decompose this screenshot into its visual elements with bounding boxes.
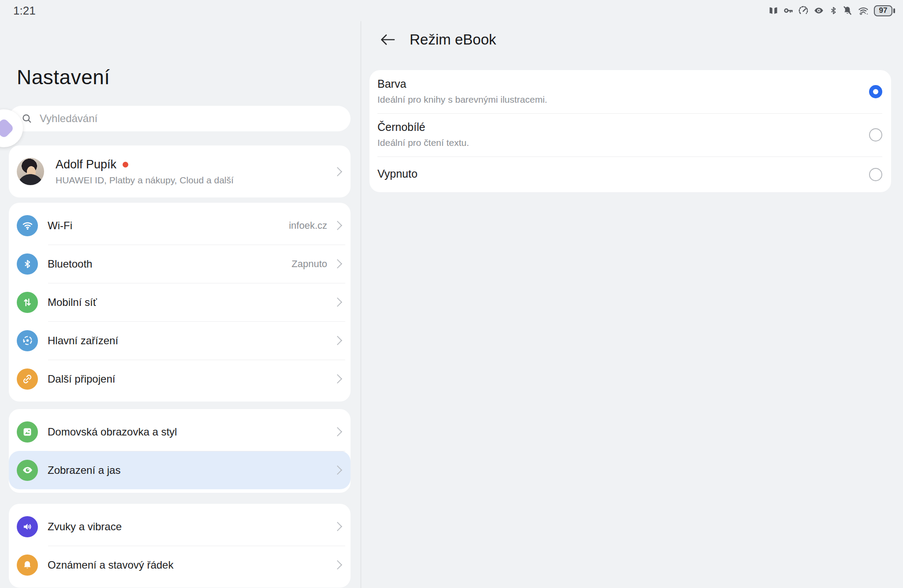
battery-icon: 97	[874, 5, 895, 16]
display-eye-icon	[17, 460, 38, 481]
page-title: Nastavení	[17, 65, 110, 89]
password-vault-icon	[783, 5, 794, 16]
settings-item-sounds-vibration[interactable]: Zvuky a vibrace	[9, 507, 351, 546]
ebook-mode-panel: Režim eBook Barva Ideální pro knihy s ba…	[361, 21, 903, 588]
chevron-right-icon	[333, 560, 342, 569]
settings-item-mobile-network[interactable]: Mobilní síť	[9, 283, 351, 321]
battery-percent: 97	[879, 6, 888, 15]
radio-button[interactable]	[869, 85, 882, 98]
settings-item-label: Mobilní síť	[48, 296, 327, 309]
bell-icon	[17, 555, 38, 576]
radio-button[interactable]	[869, 128, 882, 141]
profile-name: Adolf Pupík	[56, 158, 116, 171]
option-black-white[interactable]: Černobílé Ideální pro čtení textu.	[369, 113, 891, 156]
avatar	[17, 158, 44, 185]
central-device-icon	[17, 330, 38, 351]
chevron-right-icon	[333, 427, 342, 436]
settings-item-display-brightness[interactable]: Zobrazení a jas	[9, 451, 351, 489]
chevron-right-icon	[333, 259, 342, 268]
home-screen-icon	[17, 421, 38, 443]
settings-item-label: Domovská obrazovka a styl	[48, 426, 327, 438]
notifications-muted-icon	[842, 5, 853, 16]
status-bar: 1:21 97	[0, 0, 903, 21]
chevron-right-icon	[333, 374, 342, 383]
settings-item-label: Wi-Fi	[48, 220, 289, 232]
chevron-right-icon	[333, 465, 342, 475]
back-button[interactable]	[378, 30, 397, 49]
settings-item-notifications-statusbar[interactable]: Oznámení a stavový řádek	[9, 546, 351, 584]
wifi-icon	[17, 215, 38, 236]
search-icon	[21, 113, 33, 124]
option-off[interactable]: Vypnuto	[369, 156, 891, 192]
ebook-mode-options-card: Barva Ideální pro knihy s barevnými ilus…	[369, 70, 891, 192]
radio-button[interactable]	[869, 168, 882, 181]
settings-item-label: Hlavní zařízení	[48, 335, 327, 347]
chevron-right-icon	[333, 298, 342, 307]
performance-mode-icon	[798, 5, 809, 16]
profile-card[interactable]: Adolf Pupík HUAWEI ID, Platby a nákupy, …	[9, 145, 351, 197]
settings-item-more-connections[interactable]: Další připojení	[9, 360, 351, 398]
settings-item-home-screen-style[interactable]: Domovská obrazovka a styl	[9, 413, 351, 451]
settings-item-label: Zvuky a vibrace	[48, 521, 327, 533]
option-label: Vypnuto	[377, 167, 856, 180]
settings-item-central-device[interactable]: Hlavní zařízení	[9, 321, 351, 360]
option-label: Barva	[377, 78, 856, 90]
bluetooth-icon	[17, 253, 38, 275]
settings-item-value: Zapnuto	[291, 258, 327, 270]
chevron-right-icon	[333, 167, 342, 176]
settings-group-connectivity: Wi-Fi infoek.cz Bluetooth Zapnuto Mobiln…	[9, 203, 351, 402]
chevron-right-icon	[333, 522, 342, 531]
option-description: Ideální pro čtení textu.	[377, 138, 856, 148]
mobile-network-icon	[17, 292, 38, 313]
assistant-icon	[0, 118, 15, 139]
clock: 1:21	[13, 4, 36, 18]
settings-item-wifi[interactable]: Wi-Fi infoek.cz	[9, 206, 351, 245]
detail-header: Režim eBook	[378, 30, 496, 49]
search-input[interactable]: Vyhledávání	[9, 106, 351, 131]
status-icons: 97	[768, 5, 895, 16]
settings-item-label: Oznámení a stavový řádek	[48, 559, 327, 571]
settings-item-label: Zobrazení a jas	[48, 464, 327, 476]
settings-list-panel: Nastavení Vyhledávání Adolf Pupík HUAWEI…	[0, 21, 361, 588]
profile-subtitle: HUAWEI ID, Platby a nákupy, Cloud a dalš…	[56, 175, 334, 186]
eye-comfort-icon	[813, 5, 825, 16]
notification-dot-badge	[123, 162, 128, 167]
chevron-right-icon	[333, 336, 342, 345]
chevron-right-icon	[333, 221, 342, 230]
option-label: Černobílé	[377, 121, 856, 134]
search-placeholder: Vyhledávání	[40, 112, 97, 125]
wifi-hotspot-icon	[857, 5, 869, 16]
detail-title: Režim eBook	[410, 31, 496, 48]
settings-item-value: infoek.cz	[289, 220, 327, 231]
reader-mode-icon	[768, 5, 779, 16]
option-description: Ideální pro knihy s barevnými ilustracem…	[377, 94, 856, 105]
settings-group-display: Domovská obrazovka a styl Zobrazení a ja…	[9, 409, 351, 493]
settings-item-label: Další připojení	[48, 373, 327, 385]
sound-icon	[17, 516, 38, 537]
settings-item-label: Bluetooth	[48, 258, 291, 270]
option-color[interactable]: Barva Ideální pro knihy s barevnými ilus…	[369, 70, 891, 113]
bluetooth-icon	[829, 5, 838, 16]
settings-item-bluetooth[interactable]: Bluetooth Zapnuto	[9, 245, 351, 283]
link-icon	[17, 368, 38, 390]
settings-group-sound-notifications: Zvuky a vibrace Oznámení a stavový řádek	[9, 504, 351, 588]
